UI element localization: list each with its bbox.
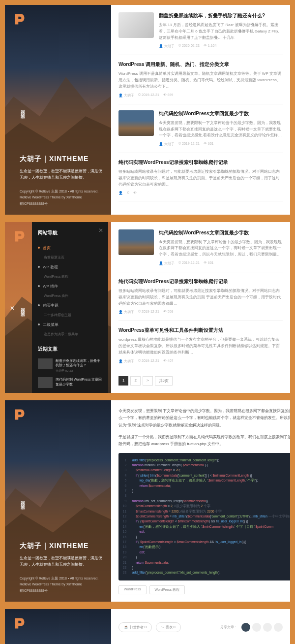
post-title[interactable]: 纯代码控制WordPress文章回复最少字数 (159, 110, 283, 117)
post-item[interactable]: 纯代码控制WordPress文章回复最少字数今天突发发现，想要限制一下文章评论当… (118, 110, 283, 153)
nav-sub: 这是作为演示二级菜单 (38, 330, 102, 338)
sidebar: 网站菜单 大胡子｜XINTHEME 生命是一团欲望，欲望不能满足便痛苦，满足便无… (5, 400, 111, 602)
pagination: 12>共2页 (118, 376, 283, 386)
recent-title: 近期文章 (38, 346, 102, 353)
post-meta: 👤 大胡子© 2019-12-21👁 601 (159, 261, 283, 266)
post-meta: 👤 大胡子© 2020-02-23👁 1,104 (159, 44, 283, 49)
reward-button[interactable]: ☕ 打赏作者 0 (118, 622, 152, 632)
post-list: 纯代码控制WordPress文章回复最少字数今天突发发现，想要限制 下文章评论当… (111, 222, 290, 393)
nav-item[interactable]: 购买主题 (38, 300, 102, 311)
site-description: 生命是一团欲望，欲望不能满足便痛苦，满足便无聊，人生就在痛苦和无聊之间摇摆。 (20, 168, 104, 181)
recent-thumb (38, 358, 53, 369)
drawer-title: 网站导航 (38, 229, 102, 236)
share-label: 分享文章： (220, 625, 237, 630)
post-title[interactable]: 翻盖折叠屏连续跳车，折叠手机除了酷还有什么? (159, 12, 283, 19)
article-body: 今天突发发现，想要限制 下文章评论当中的最少字数。因为，我发现现在很多网下都会直… (111, 400, 290, 602)
site-logo-icon[interactable] (12, 408, 26, 421)
post-thumbnail (118, 229, 154, 255)
post-title[interactable]: WordPress菜单可见性和工具条件判断设置方法 (118, 327, 283, 334)
article-paragraph: 于是就搜了一个外贴，我们要是限制下方面在几纯代码实现跨字数的改革。我们在百度上搜… (118, 434, 290, 448)
close-icon[interactable]: ✕ (9, 305, 16, 313)
post-excerpt: 去年 11 月后，曾经迎风而起热度飞了 Razr 被曝为折叠屏手机。紧接着，三星… (159, 22, 283, 41)
close-icon[interactable]: ✕ (98, 227, 103, 234)
nav-sub: WordPress 教程 (38, 273, 102, 281)
site-description: 生命是一团欲望，欲望不能满足便痛苦，满足便无聊，人生就在痛苦和无聊之间摇摆。 (20, 555, 104, 568)
recent-item[interactable]: 纯代码控制 WordPress 文章回复最少字数 (38, 377, 102, 388)
post-thumbnail (118, 12, 154, 38)
post-excerpt: WordPress 调用不是真简单其实调用最新文章。随机文章调用随机文章等等。关… (118, 71, 283, 90)
post-list: 翻盖折叠屏连续跳车，折叠手机除了酷还有什么?去年 11 月后，曾经迎风而起热度飞… (111, 5, 290, 215)
code-block: 1234567891011121314151617181920212223 ad… (118, 453, 290, 580)
post-item[interactable]: 翻盖折叠屏连续跳车，折叠手机除了酷还有什么?去年 11 月后，曾经迎风而起热度飞… (118, 12, 283, 55)
like-button[interactable]: ♡ 喜欢 0 (156, 622, 181, 632)
post-title[interactable]: 纯代码实现WordPress记录搜索引擎蜘蛛爬行记录 (118, 278, 283, 285)
sidebar: 网站菜单 大胡子｜XINTHEME 生命是一团欲望，欲望不能满足便痛苦，满足便无… (5, 609, 111, 644)
post-title[interactable]: WordPress 调用最新、随机、热门、指定分类文章 (118, 61, 283, 68)
recent-thumb (38, 377, 53, 388)
nav-item[interactable]: WP 插件 (38, 281, 102, 292)
page-link[interactable]: 2 (130, 376, 140, 386)
post-excerpt: 很多站站或网站收录有问题时，可能就要考虑最近搜索引擎蜘蛛的抓取情况。对于网站日志… (118, 169, 283, 188)
nav-item[interactable]: 首页 (38, 242, 102, 254)
hamburger-icon (9, 107, 16, 112)
post-item[interactable]: WordPress菜单可见性和工具条件判断设置方法wordpress 最核心的功… (118, 327, 283, 370)
article-paragraph: 今天突发发现，想要限制 下文章评论当中的最少字数。因为，我发现现在很多网下都会直… (118, 408, 290, 429)
post-title[interactable]: 纯代码控制WordPress文章回复最少字数 (159, 229, 283, 236)
share-weibo-icon[interactable] (263, 623, 272, 632)
nav-toggle-button[interactable]: 网站菜单 (9, 107, 26, 113)
page-link[interactable]: 共2页 (155, 376, 173, 386)
post-meta: 👤 © 👁 (118, 191, 283, 195)
nav-sub: WordPress 插件 (38, 292, 102, 300)
tag-list: WordPress WordPress 教程 (118, 585, 290, 594)
screenshot-2: 网站菜单✕ ✕ 网站导航 首页当前最新主页WP 教程WordPress 教程WP… (5, 222, 290, 393)
nav-sub: 二十多种原创主题 (38, 311, 102, 319)
screenshot-4: 网站菜单 大胡子｜XINTHEME 生命是一团欲望，欲望不能满足便痛苦，满足便无… (5, 609, 290, 644)
nav-toggle-button[interactable]: 网站菜单 (9, 498, 26, 504)
sidebar: 网站菜单 大胡子｜XINTHEME 生命是一团欲望，欲望不能满足便痛苦，满足便无… (5, 5, 111, 215)
post-meta: 👤 大胡子© 2019-12-21👁 558 (118, 310, 283, 315)
post-item[interactable]: 纯代码实现WordPress记录搜索引擎蜘蛛爬行记录很多站站或网站收录有问题时，… (118, 278, 283, 321)
site-logo-icon[interactable] (12, 616, 26, 630)
nav-item[interactable]: WP 教程 (38, 261, 102, 273)
recent-item[interactable]: 翻盖折叠屏连续跳车，折叠手机除了酷还有什么？大胡子 02-23 (38, 358, 102, 374)
post-item[interactable]: WordPress 调用最新、随机、热门、指定分类文章WordPress 调用不… (118, 61, 283, 104)
footer-meta: Copyright © Relieve 主题 2018 • All rights… (20, 576, 104, 594)
action-bar: ☕ 打赏作者 0 ♡ 喜欢 0 分享文章： (118, 616, 283, 638)
post-meta: 👤 大胡子© 2019-12-21👁 699 (118, 93, 283, 98)
share-qzone-icon[interactable] (241, 623, 250, 632)
article-footer: ☕ 打赏作者 0 ♡ 喜欢 0 分享文章： 大胡子 这家伙比较懒没有个人简介 显… (111, 609, 290, 644)
post-title[interactable]: 纯代码实现WordPress记录搜索引擎蜘蛛爬行记录 (118, 159, 283, 166)
post-excerpt: 很多站站或网站收录有问题时，可能就要考虑最近搜索引擎蜘蛛的抓取情况。对于网站日志… (118, 288, 283, 307)
author-box: 大胡子 这家伙比较懒没有个人简介 (118, 638, 283, 644)
nav-item[interactable]: 二级菜单 (38, 319, 102, 330)
page-link[interactable]: 1 (118, 376, 128, 386)
nav-toggle-button[interactable]: 网站菜单✕ (9, 302, 26, 313)
site-title: 大胡子｜XINTHEME (20, 542, 104, 550)
post-excerpt: 今天突发发现，想要限制 下文章评论当中的最少字数。因为，我发现现在很多网下都会直… (159, 239, 283, 258)
nav-drawer: ✕ 网站导航 首页当前最新主页WP 教程WordPress 教程WP 插件Wor… (32, 222, 108, 393)
post-meta: 👤 大胡子© 2019-12-21👁 407 (118, 359, 283, 364)
tag[interactable]: WordPress (118, 585, 147, 594)
screenshot-3: 网站菜单 大胡子｜XINTHEME 生命是一团欲望，欲望不能满足便痛苦，满足便无… (5, 400, 290, 602)
hamburger-icon (9, 498, 16, 503)
share-qq-icon[interactable] (274, 623, 283, 632)
sidebar: 网站菜单✕ ✕ 网站导航 首页当前最新主页WP 教程WordPress 教程WP… (5, 222, 111, 393)
post-item[interactable]: 纯代码控制WordPress文章回复最少字数今天突发发现，想要限制 下文章评论当… (118, 229, 283, 272)
site-logo-icon[interactable] (12, 12, 26, 26)
share-wechat-icon[interactable] (252, 623, 261, 632)
screenshot-1: 网站菜单 大胡子｜XINTHEME 生命是一团欲望，欲望不能满足便痛苦，满足便无… (5, 5, 290, 215)
site-title: 大胡子｜XINTHEME (20, 155, 104, 163)
post-item[interactable]: 纯代码实现WordPress记录搜索引擎蜘蛛爬行记录很多站站或网站收录有问题时，… (118, 159, 283, 201)
tag[interactable]: WordPress 教程 (149, 585, 185, 594)
post-excerpt: wordpress 最核心的功能就是提供与一个发布文章的平台，但是要做一套系统，… (118, 337, 283, 355)
page-link[interactable]: > (143, 376, 153, 386)
post-meta: 👤 大胡子© 2019-12-21👁 601 (159, 142, 283, 147)
footer-meta: Copyright © Relieve 主题 2018 • All rights… (20, 189, 104, 207)
site-logo-icon[interactable] (12, 229, 26, 243)
nav-sub: 当前最新主页 (38, 254, 102, 261)
post-excerpt: 今天突发发现，想要限制一下文章评论当中的最少字数。因为，我发现现在很多网下都会直… (159, 120, 283, 139)
post-thumbnail (118, 110, 154, 136)
